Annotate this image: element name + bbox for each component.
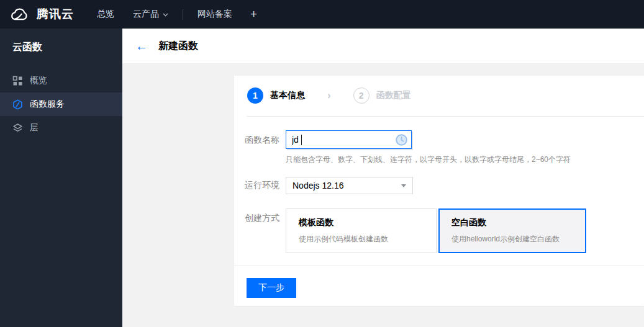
step-separator-icon: ›	[327, 89, 331, 102]
function-name-hint: 只能包含字母、数字、下划线、连字符，以字母开头，以数字或字母结尾，2~60个字符	[286, 155, 571, 165]
clock-pending-icon	[395, 133, 408, 146]
text-caret	[301, 135, 302, 145]
creation-method-row: 创建方式 模板函数 使用示例代码模板创建函数 空白函数 使用helloworld…	[245, 208, 644, 253]
sidebar: 云函数 概览 函数服务 层	[0, 29, 122, 327]
step-basic-info: 1 基本信息	[247, 87, 305, 104]
content-area: 1 基本信息 › 2 函数配置 函数名称	[122, 64, 644, 327]
step-number-badge: 2	[353, 87, 370, 104]
sidebar-item-function-service[interactable]: 函数服务	[0, 92, 122, 116]
sidebar-item-overview[interactable]: 概览	[0, 69, 122, 92]
function-name-row: 函数名称 只能包含字母、数字、下划线、连字符，以字母开头，以数字或字母结尾，2~…	[245, 130, 644, 165]
sidebar-item-layers[interactable]: 层	[0, 116, 122, 140]
topnav-item-cloud-products[interactable]: 云产品	[124, 0, 178, 29]
layers-icon	[12, 123, 23, 133]
grid-icon	[12, 76, 23, 86]
function-name-label: 函数名称	[245, 130, 286, 165]
main-area: ← 新建函数 1 基本信息 › 2 函数配置 函数名称	[122, 29, 644, 327]
topnav-divider	[183, 9, 183, 20]
page-title: 新建函数	[158, 40, 198, 53]
topnav-item-website-icp[interactable]: 网站备案	[188, 0, 242, 29]
method-card-blank-function[interactable]: 空白函数 使用helloworld示例创建空白函数	[438, 208, 586, 253]
next-step-button[interactable]: 下一步	[247, 278, 296, 298]
creation-method-label: 创建方式	[245, 208, 286, 253]
runtime-select[interactable]: Nodejs 12.16	[286, 177, 413, 194]
step-function-config: 2 函数配置	[353, 87, 411, 104]
wizard-steps: 1 基本信息 › 2 函数配置	[234, 76, 644, 116]
tencent-cloud-logo[interactable]: 腾讯云	[9, 6, 74, 22]
add-tab-button[interactable]: +	[242, 7, 266, 21]
runtime-label: 运行环境	[245, 180, 286, 191]
creation-method-cards: 模板函数 使用示例代码模板创建函数 空白函数 使用helloworld示例创建空…	[286, 208, 586, 253]
select-caret-icon	[401, 184, 406, 187]
runtime-row: 运行环境 Nodejs 12.16	[245, 177, 644, 194]
brand-name: 腾讯云	[37, 6, 74, 22]
back-button[interactable]: ←	[135, 40, 148, 52]
function-service-icon	[12, 99, 23, 110]
function-name-input-box	[286, 130, 412, 149]
sidebar-product-title: 云函数	[0, 29, 122, 69]
steps-divider	[247, 116, 644, 117]
topnav: 总览 云产品 网站备案 +	[88, 0, 266, 29]
function-name-input[interactable]	[286, 131, 411, 148]
basic-info-form: 函数名称 只能包含字母、数字、下划线、连字符，以字母开头，以数字或字母结尾，2~…	[234, 130, 644, 253]
chevron-down-icon	[163, 13, 168, 17]
topnav-item-overview[interactable]: 总览	[88, 0, 124, 29]
cloud-logo-icon	[9, 7, 30, 22]
topbar: 腾讯云 总览 云产品 网站备案 +	[0, 0, 644, 29]
method-card-template-function[interactable]: 模板函数 使用示例代码模板创建函数	[286, 208, 437, 253]
create-function-card: 1 基本信息 › 2 函数配置 函数名称	[234, 76, 644, 306]
runtime-selected-value: Nodejs 12.16	[293, 181, 344, 190]
step-number-badge: 1	[247, 87, 263, 104]
page-header: ← 新建函数	[122, 29, 644, 64]
